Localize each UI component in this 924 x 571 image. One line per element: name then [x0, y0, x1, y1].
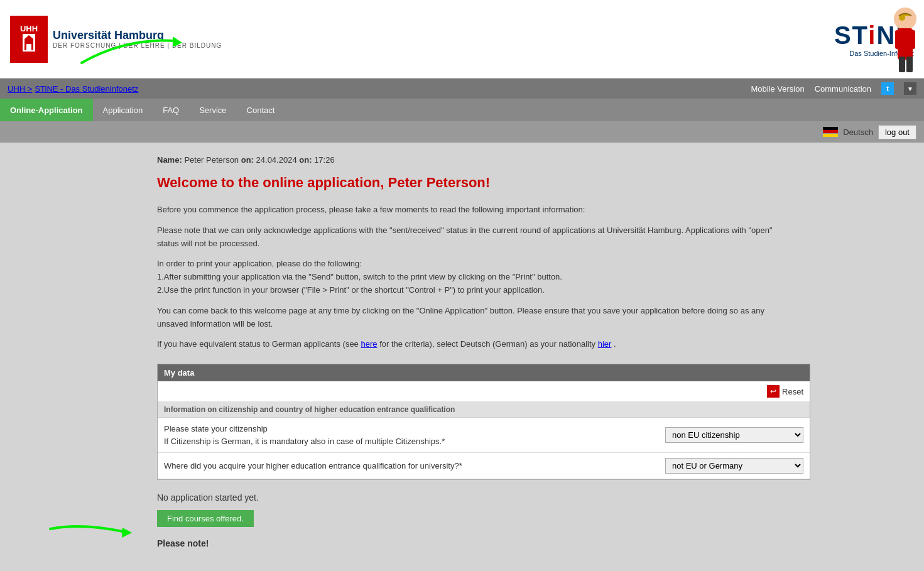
- citizenship-control: non EU citizenship EU citizenship German…: [665, 427, 803, 443]
- nav-bar-1: UHH > STiNE - Das Studieninfonetz Mobile…: [0, 79, 924, 99]
- user-info: Name: Peter Peterson on: 24.04.2024 on: …: [157, 155, 905, 165]
- info-p2: Please note that we can only acknowledge…: [157, 224, 785, 251]
- name-label: Name:: [157, 155, 182, 165]
- citizenship-row: Please state your citizenship If Citizen…: [158, 418, 810, 453]
- stine-logo: STiNE Das Studien-Infonetz: [834, 21, 914, 57]
- communication-link[interactable]: Communication: [815, 84, 871, 94]
- reset-row: ↩ Reset: [158, 381, 810, 402]
- mobile-version-link[interactable]: Mobile Version: [751, 84, 804, 94]
- uhh-link[interactable]: UHH >: [8, 84, 32, 94]
- german-flag-icon: [823, 127, 838, 137]
- nav-item-service[interactable]: Service: [189, 99, 236, 121]
- info-p5: If you have equivalent status to German …: [157, 338, 785, 351]
- my-data-section: My data ↩ Reset Information on citizensh…: [157, 364, 810, 480]
- please-note-text: Please note!: [157, 538, 905, 548]
- svg-point-6: [894, 8, 916, 30]
- qualification-select[interactable]: not EU or Germany EU country Germany: [665, 458, 803, 474]
- svg-rect-11: [906, 57, 913, 72]
- svg-rect-4: [26, 44, 31, 50]
- university-tagline: DER FORSCHUNG | DER LEHRE | DER BILDUNG: [53, 42, 222, 49]
- citizenship-select[interactable]: non EU citizenship EU citizenship German…: [665, 427, 803, 443]
- stine-link[interactable]: STiNE - Das Studieninfonetz: [35, 84, 138, 94]
- nav-item-online-application[interactable]: Online-Application: [0, 99, 93, 121]
- svg-rect-10: [899, 57, 905, 72]
- annotation-arrow-bottom: [44, 510, 138, 548]
- find-courses-button[interactable]: Find courses offered.: [157, 510, 254, 527]
- reset-icon: ↩: [767, 385, 780, 398]
- welcome-title: Welcome to the online application, Peter…: [157, 175, 905, 191]
- university-name: Universität Hamburg: [53, 29, 222, 42]
- login-date: 24.04.2024: [256, 155, 297, 165]
- here-link[interactable]: here: [361, 339, 377, 349]
- svg-marker-16: [122, 528, 132, 538]
- qualification-row: Where did you acquire your higher educat…: [158, 453, 810, 479]
- info-p1: Before you commence the application proc…: [157, 204, 785, 217]
- nav-item-contact[interactable]: Contact: [237, 99, 285, 121]
- uhh-logo: UHH: [10, 16, 48, 63]
- svg-rect-15: [823, 134, 838, 137]
- info-p4: You can come back to this welcome page a…: [157, 305, 785, 331]
- citizenship-section-header: Information on citizenship and country o…: [158, 402, 810, 418]
- main-content: Name: Peter Peterson on: 24.04.2024 on: …: [0, 143, 924, 561]
- nav-bar-2: Online-Application Application FAQ Servi…: [0, 99, 924, 121]
- svg-rect-13: [823, 127, 838, 130]
- info-p3: In order to print your application, plea…: [157, 258, 785, 296]
- logout-button[interactable]: log out: [878, 125, 916, 139]
- date-label-2: on:: [299, 155, 312, 165]
- nav-items: Online-Application Application FAQ Servi…: [0, 99, 285, 121]
- no-application-text: No application started yet.: [157, 492, 905, 503]
- dropdown-arrow-icon[interactable]: ▼: [904, 82, 916, 95]
- svg-rect-9: [910, 30, 915, 49]
- twitter-icon[interactable]: t: [881, 82, 894, 95]
- svg-rect-8: [895, 30, 900, 49]
- user-name: Peter Peterson: [184, 155, 239, 165]
- svg-text:UHH: UHH: [20, 24, 38, 33]
- top-header: UHH Universität Hamburg DER FORSCHUNG | …: [0, 0, 924, 79]
- nav-item-faq[interactable]: FAQ: [153, 99, 189, 121]
- my-data-header: My data: [158, 364, 810, 381]
- login-time: 17:26: [314, 155, 335, 165]
- reset-button[interactable]: ↩ Reset: [767, 385, 803, 398]
- logo-area: UHH Universität Hamburg DER FORSCHUNG | …: [10, 16, 222, 63]
- stine-character: [867, 6, 918, 75]
- status-bar: Deutsch log out: [0, 121, 924, 143]
- hier-link[interactable]: hier: [598, 339, 612, 349]
- reset-label: Reset: [782, 387, 803, 396]
- qualification-label: Where did you acquire your higher educat…: [164, 460, 665, 472]
- language-label: Deutsch: [843, 128, 873, 137]
- qualification-control: not EU or Germany EU country Germany: [665, 458, 803, 474]
- nav-item-application[interactable]: Application: [93, 99, 153, 121]
- date-label-1: on:: [241, 155, 254, 165]
- svg-rect-14: [823, 130, 838, 133]
- citizenship-label: Please state your citizenship If Citizen…: [164, 423, 665, 447]
